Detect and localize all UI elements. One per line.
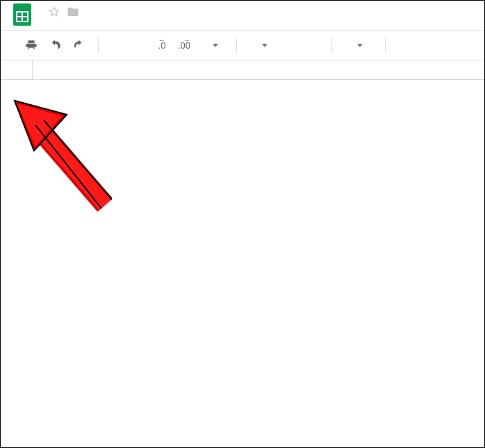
redo-icon[interactable] (72, 38, 85, 52)
decrease-decimal-button[interactable]: .0← (156, 38, 168, 52)
svg-marker-6 (15, 101, 67, 151)
toolbar: .0← .00→ (1, 31, 484, 60)
fx-label (1, 60, 33, 79)
formula-bar (1, 60, 484, 80)
formula-input[interactable] (33, 60, 484, 79)
increase-decimal-button[interactable]: .00→ (178, 38, 190, 52)
svg-marker-5 (17, 103, 62, 147)
app-header (1, 1, 484, 31)
undo-icon[interactable] (48, 38, 62, 52)
toolbar-separator (331, 38, 332, 53)
star-icon[interactable] (48, 6, 60, 20)
toolbar-separator (98, 38, 99, 53)
currency-format-button[interactable] (111, 38, 124, 52)
folder-icon[interactable] (66, 6, 80, 20)
font-size-dropdown[interactable] (345, 42, 372, 49)
chevron-down-icon (213, 44, 218, 47)
chevron-down-icon (262, 44, 268, 47)
svg-marker-4 (15, 101, 67, 151)
sheets-app-icon[interactable] (8, 2, 37, 27)
chevron-down-icon (357, 44, 363, 47)
toolbar-separator (236, 38, 237, 53)
percent-format-button[interactable] (133, 38, 146, 52)
toolbar-separator (385, 38, 386, 53)
more-formats-dropdown[interactable] (200, 42, 224, 49)
print-icon[interactable] (24, 38, 38, 52)
annotation-arrow (1, 87, 133, 226)
menu-bar (40, 20, 199, 24)
font-family-dropdown[interactable] (249, 42, 319, 49)
